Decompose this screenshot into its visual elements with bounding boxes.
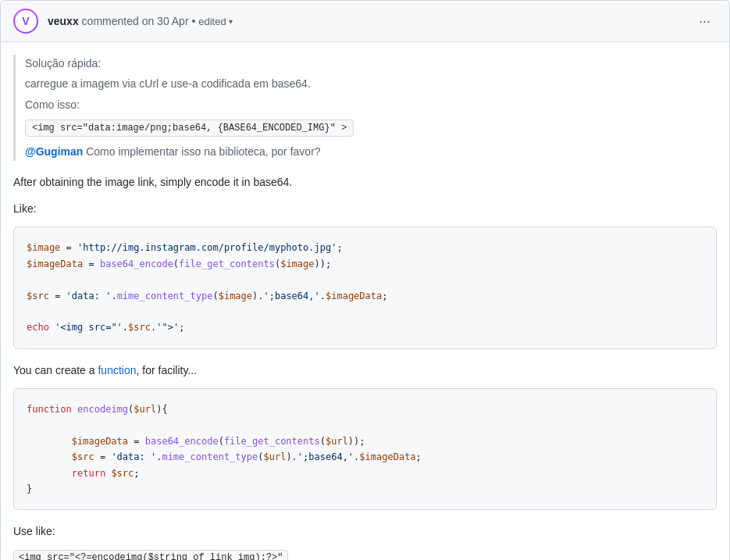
- edited-badge[interactable]: edited ▾: [198, 16, 232, 27]
- paragraph1-line2: Like:: [13, 200, 717, 217]
- paragraph2: You can create a function, for facility.…: [13, 362, 717, 379]
- mention[interactable]: @Gugiman: [25, 145, 83, 158]
- quote-code: <img src="data:image/png;base64, {BASE64…: [25, 116, 717, 137]
- quote-mention-line: @Gugiman Como implementar isso na biblio…: [25, 143, 717, 160]
- quote-block: Solução rápida: carregue a imagem via cU…: [13, 55, 717, 161]
- paragraph3: Use like:: [13, 523, 717, 540]
- comment-meta: veuxx commented on 30 Apr • edited ▾: [48, 15, 233, 27]
- code-block-1: $image = 'http://img.instagram.com/profi…: [13, 226, 717, 348]
- quote-line1: Solução rápida:: [25, 55, 717, 72]
- paragraph2-rest: , for facility...: [137, 364, 198, 376]
- header-left: V veuxx commented on 30 Apr • edited ▾: [13, 9, 233, 34]
- chevron-down-icon: ▾: [229, 17, 233, 26]
- avatar: V: [13, 9, 38, 34]
- code-block-1-content: $image = 'http://img.instagram.com/profi…: [27, 240, 703, 335]
- use-code: <img src="<?=encodeimg($string_of_link_i…: [13, 550, 288, 560]
- action-verb: commented on: [82, 15, 155, 27]
- quote-line3: Como isso:: [25, 96, 717, 113]
- header-right: ···: [693, 11, 717, 31]
- username[interactable]: veuxx: [48, 15, 79, 27]
- more-options-button[interactable]: ···: [693, 11, 717, 31]
- use-code-container: <img src="<?=encodeimg($string_of_link_i…: [13, 550, 717, 560]
- quote-line2: carregue a imagem via cUrl e use-a codif…: [25, 75, 717, 92]
- function-link[interactable]: function: [98, 364, 136, 376]
- comment-header: V veuxx commented on 30 Apr • edited ▾ ·…: [1, 1, 729, 42]
- code-block-2: function encodeimg($url){ $imageData = b…: [13, 388, 717, 510]
- date: 30 Apr: [157, 15, 188, 27]
- paragraph1-line1: After obtaining the image link, simply e…: [13, 173, 717, 191]
- separator: •: [191, 15, 195, 27]
- comment-card: V veuxx commented on 30 Apr • edited ▾ ·…: [0, 0, 730, 560]
- paragraph2-text: You can create a: [13, 364, 98, 376]
- code-block-2-content: function encodeimg($url){ $imageData = b…: [27, 401, 703, 497]
- mention-text: Como implementar isso na biblioteca, por…: [86, 145, 320, 158]
- edited-label: edited: [198, 16, 226, 27]
- comment-body: Solução rápida: carregue a imagem via cU…: [1, 42, 729, 560]
- avatar-icon: V: [22, 15, 29, 27]
- quote-code-inline: <img src="data:image/png;base64, {BASE64…: [25, 119, 354, 137]
